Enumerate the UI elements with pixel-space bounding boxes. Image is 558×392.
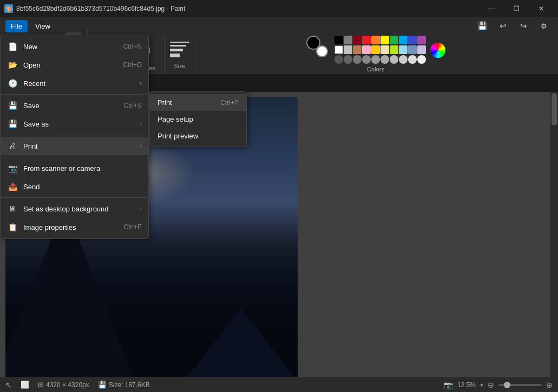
menu-item-open[interactable]: 📂 Open Ctrl+O	[1, 56, 148, 74]
color-swatch[interactable]	[408, 36, 417, 44]
menu-item-send[interactable]: 📤 Send	[1, 177, 148, 196]
color-row-2	[334, 45, 426, 54]
submenu-print-preview-label: Print preview	[157, 132, 198, 140]
submenu-page-setup-label: Page setup	[157, 115, 193, 123]
menu-item-recent[interactable]: 🕐 Recent ›	[1, 74, 148, 92]
color-swatch[interactable]	[380, 36, 389, 44]
open-shortcut: Ctrl+O	[123, 61, 142, 69]
zoom-dropdown-arrow[interactable]: ▾	[480, 381, 483, 389]
color-swatch[interactable]	[344, 36, 352, 44]
color-swatch-circle[interactable]	[371, 55, 380, 64]
title-bar: 🎨 8bf55c6d28bdf2d6b61b373d5710b496c6fc84…	[0, 0, 558, 17]
save-as-icon: 💾	[7, 118, 18, 129]
props-icon: 📋	[7, 222, 18, 232]
menu-item-from-scanner[interactable]: 📷 From scanner or camera	[1, 159, 148, 177]
color-swatch-circle[interactable]	[344, 55, 352, 64]
save-as-label: Save as	[23, 120, 134, 128]
color-swatch[interactable]	[417, 45, 426, 54]
zoom-minus-icon[interactable]: ⊖	[488, 381, 494, 389]
maximize-button[interactable]: ❐	[504, 0, 529, 17]
colors-label: Colors	[367, 66, 384, 72]
color-swatch[interactable]	[380, 45, 389, 54]
recent-label: Recent	[23, 79, 134, 88]
scroll-thumb-right[interactable]	[552, 93, 557, 125]
send-label: Send	[23, 183, 142, 191]
recent-icon: 🕐	[7, 78, 18, 89]
color-swatch-circle[interactable]	[362, 55, 371, 64]
color-swatch[interactable]	[353, 45, 362, 54]
size-label: Size	[174, 63, 185, 69]
size-line-1[interactable]	[170, 42, 189, 43]
selection-icon-item: ⬜	[21, 381, 29, 389]
color-swatch-circle[interactable]	[417, 55, 426, 64]
color-swatch[interactable]	[344, 45, 352, 54]
print-submenu: Print Ctrl+P Page setup Print preview	[149, 91, 247, 147]
redo-button[interactable]: ↪	[515, 17, 532, 35]
color-swatch[interactable]	[399, 36, 408, 44]
color-swatch[interactable]	[399, 45, 408, 54]
zoom-slider[interactable]	[498, 384, 542, 386]
selection-icon: ⬜	[21, 381, 29, 389]
save-button[interactable]: 💾	[474, 17, 491, 35]
secondary-color[interactable]	[316, 45, 328, 57]
dimensions-text: 4320 × 4320px	[46, 381, 89, 389]
window-controls: — ❐ ✕	[479, 0, 554, 17]
color-swatch[interactable]	[390, 45, 398, 54]
color-swatch-circle[interactable]	[334, 55, 343, 64]
dimensions-item: ⊞ 4320 × 4320px	[38, 381, 89, 389]
color-picker-wheel[interactable]	[430, 43, 445, 58]
submenu-print-label: Print	[157, 98, 172, 107]
color-swatch[interactable]	[371, 36, 380, 44]
color-swatch-circle[interactable]	[390, 55, 398, 64]
cursor-icon-item: ↖	[5, 381, 12, 389]
zoom-plus-icon[interactable]: ⊕	[546, 381, 553, 389]
submenu-print-preview[interactable]: Print preview	[150, 128, 246, 144]
color-swatch-circle[interactable]	[399, 55, 408, 64]
color-row-3	[334, 55, 426, 64]
recent-arrow: ›	[140, 79, 142, 87]
undo-button[interactable]: ↩	[494, 17, 511, 35]
save-shortcut: Ctrl+S	[123, 102, 142, 109]
menu-item-save[interactable]: 💾 Save Ctrl+S	[1, 96, 148, 115]
size-line-4[interactable]	[170, 54, 180, 57]
camera-icon: 📷	[444, 381, 453, 389]
menu-item-save-as[interactable]: 💾 Save as ›	[1, 115, 148, 133]
scroll-right[interactable]	[550, 92, 558, 377]
submenu-page-setup[interactable]: Page setup	[150, 111, 246, 128]
props-shortcut: Ctrl+E	[123, 223, 142, 231]
color-swatch[interactable]	[334, 45, 343, 54]
menu-item-image-props[interactable]: 📋 Image properties Ctrl+E	[1, 218, 148, 236]
color-swatch[interactable]	[362, 36, 371, 44]
menu-item-print[interactable]: 🖨 Print ›	[1, 137, 148, 155]
save-as-arrow: ›	[140, 120, 142, 128]
save-label: Save	[23, 102, 118, 110]
color-swatch[interactable]	[390, 36, 398, 44]
color-swatch[interactable]	[417, 36, 426, 44]
menu-item-desktop-bg[interactable]: 🖥 Set as desktop background ›	[1, 200, 148, 218]
color-swatch-circle[interactable]	[353, 55, 362, 64]
settings-button[interactable]: ⚙	[535, 17, 553, 35]
size-line-3[interactable]	[170, 49, 183, 51]
scanner-icon: 📷	[7, 163, 18, 174]
color-swatch[interactable]	[408, 45, 417, 54]
zoom-percent: 12.5%	[457, 381, 476, 389]
app-icon: 🎨	[4, 4, 13, 13]
color-swatch[interactable]	[371, 45, 380, 54]
size-line-2[interactable]	[170, 45, 186, 46]
color-row-1	[334, 36, 426, 44]
new-icon: 📄	[7, 41, 18, 52]
menu-item-new[interactable]: 📄 New Ctrl+N	[1, 37, 148, 56]
close-button[interactable]: ✕	[529, 0, 554, 17]
color-swatch[interactable]	[334, 36, 343, 44]
minimize-button[interactable]: —	[479, 0, 504, 17]
color-swatch-circle[interactable]	[380, 55, 389, 64]
zoom-thumb	[504, 382, 510, 388]
color-swatch[interactable]	[353, 36, 362, 44]
filesize-icon: 💾	[98, 381, 107, 389]
color-swatch[interactable]	[362, 45, 371, 54]
file-menu-dropdown: 📄 New Ctrl+N 📂 Open Ctrl+O 🕐 Recent › 💾 …	[0, 35, 149, 239]
color-swatch-circle[interactable]	[408, 55, 417, 64]
desktop-label: Set as desktop background	[23, 205, 134, 213]
open-label: Open	[23, 61, 117, 69]
submenu-print[interactable]: Print Ctrl+P	[150, 94, 246, 111]
